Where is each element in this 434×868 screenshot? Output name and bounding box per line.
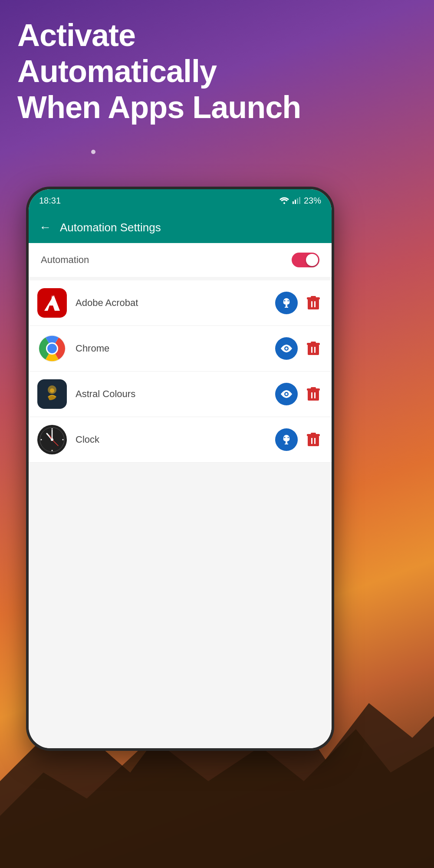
astral-actions — [275, 383, 323, 405]
svg-rect-54 — [308, 436, 319, 446]
status-right: 23% — [279, 196, 321, 206]
svg-rect-6 — [299, 197, 300, 204]
clock-actions — [275, 428, 323, 451]
svg-rect-9 — [285, 307, 288, 308]
svg-point-11 — [288, 300, 289, 302]
eye-svg-2 — [280, 389, 293, 399]
phone-screen: 18:31 23% ← Automat — [29, 189, 332, 748]
clock-icon-svg — [37, 425, 67, 454]
svg-point-47 — [41, 439, 42, 441]
app-list: Adobe Acrobat — [29, 280, 332, 463]
astral-eye-button[interactable] — [275, 383, 298, 405]
svg-rect-14 — [314, 301, 316, 307]
clock-brain-button[interactable] — [275, 428, 298, 451]
svg-rect-37 — [311, 387, 316, 389]
app-row-adobe: Adobe Acrobat — [29, 280, 332, 326]
automation-label: Automation — [41, 254, 89, 266]
clock-icon-wrapper — [37, 425, 67, 454]
adobe-name: Adobe Acrobat — [76, 297, 275, 309]
adobe-icon-wrapper — [37, 288, 67, 318]
svg-point-45 — [52, 428, 53, 430]
app-row-clock: Clock — [29, 417, 332, 463]
svg-point-10 — [284, 300, 286, 302]
astral-svg — [41, 383, 63, 405]
svg-point-44 — [51, 438, 53, 441]
chrome-delete-button[interactable] — [304, 339, 323, 358]
svg-rect-4 — [295, 200, 296, 204]
svg-rect-33 — [308, 390, 319, 401]
svg-rect-51 — [285, 444, 288, 444]
trash-svg — [307, 296, 320, 310]
adobe-icon — [37, 288, 67, 318]
signal-icon — [293, 197, 300, 204]
astral-icon-wrapper — [37, 379, 67, 409]
svg-rect-3 — [293, 201, 294, 204]
svg-point-48 — [62, 439, 64, 441]
automation-toggle-row: Automation — [29, 243, 332, 277]
phone-frame: 18:31 23% ← Automat — [26, 187, 334, 751]
clock-name: Clock — [76, 434, 275, 445]
svg-point-20 — [47, 344, 57, 353]
dot-indicator — [91, 150, 95, 154]
svg-rect-23 — [308, 345, 319, 355]
nav-title: Automation Settings — [60, 221, 161, 234]
clock-delete-button[interactable] — [304, 430, 323, 449]
svg-point-2 — [283, 202, 285, 204]
trash-svg-4 — [307, 432, 320, 447]
astral-delete-button[interactable] — [304, 385, 323, 404]
automation-toggle[interactable] — [292, 253, 319, 267]
headline: Activate Automatically When Apps Launch — [17, 17, 417, 125]
svg-rect-13 — [311, 301, 312, 307]
headline-text: Activate Automatically When Apps Launch — [17, 17, 417, 125]
svg-point-32 — [286, 393, 288, 395]
nav-bar: ← Automation Settings — [29, 212, 332, 243]
content-area: Automation — [29, 243, 332, 748]
svg-rect-27 — [311, 342, 316, 343]
wifi-icon — [279, 197, 289, 204]
astral-name: Astral Colours — [76, 388, 275, 400]
brain-svg-2 — [280, 434, 293, 446]
svg-rect-24 — [311, 347, 312, 353]
app-row-astral: Astral Colours — [29, 372, 332, 417]
battery-level: 23% — [304, 196, 321, 206]
adobe-actions — [275, 292, 323, 314]
svg-rect-55 — [311, 438, 312, 444]
svg-rect-56 — [314, 438, 316, 444]
chrome-icon-svg — [37, 334, 67, 363]
chrome-actions — [275, 337, 323, 360]
status-bar: 18:31 23% — [29, 189, 332, 212]
eye-svg — [280, 344, 293, 353]
astral-icon — [37, 379, 67, 409]
svg-rect-34 — [311, 392, 312, 398]
toggle-knob — [306, 254, 318, 266]
svg-rect-58 — [311, 433, 316, 434]
chrome-icon-wrapper — [37, 334, 67, 363]
svg-rect-12 — [308, 299, 319, 309]
status-time: 18:31 — [39, 196, 61, 206]
svg-rect-16 — [311, 296, 316, 298]
svg-point-22 — [286, 348, 288, 350]
svg-rect-25 — [314, 347, 316, 353]
svg-point-30 — [50, 388, 54, 393]
svg-point-46 — [52, 450, 53, 451]
svg-rect-35 — [314, 392, 316, 398]
adobe-logo-svg — [43, 293, 62, 312]
trash-svg-2 — [307, 341, 320, 356]
app-row-chrome: Chrome — [29, 326, 332, 372]
svg-point-53 — [288, 437, 289, 438]
adobe-brain-button[interactable] — [275, 292, 298, 314]
svg-point-52 — [284, 437, 286, 438]
brain-svg — [280, 297, 293, 309]
svg-rect-5 — [297, 198, 298, 204]
trash-svg-3 — [307, 387, 320, 401]
adobe-delete-button[interactable] — [304, 293, 323, 312]
back-button[interactable]: ← — [39, 220, 51, 234]
chrome-name: Chrome — [76, 343, 275, 354]
chrome-eye-button[interactable] — [275, 337, 298, 360]
